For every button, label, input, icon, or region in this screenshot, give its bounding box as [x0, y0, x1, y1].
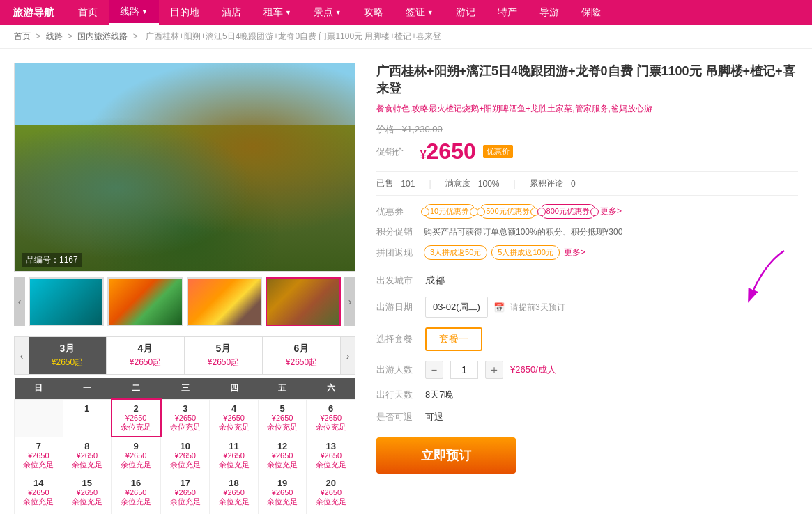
reviews-value: 0 — [571, 179, 576, 189]
calendar-date-price: ¥2650 — [260, 451, 305, 460]
coupon-10[interactable]: 10元优惠券 — [424, 204, 475, 219]
nav-item-tourguide[interactable]: 导游 — [528, 0, 570, 25]
pintuan-more-link[interactable]: 更多> — [564, 247, 585, 258]
calendar-day[interactable]: 12¥2650余位充足 — [258, 437, 307, 474]
thumbnail-4[interactable] — [266, 277, 341, 326]
calendar-day[interactable]: 3¥2650余位充足 — [161, 399, 210, 437]
calendar-day[interactable]: 9¥2650余位充足 — [112, 437, 161, 474]
thumb-image-4 — [267, 279, 339, 325]
promo-price: ¥2650 — [420, 139, 476, 164]
thumb-image-1 — [30, 279, 102, 325]
coupons-label: 优惠券 — [376, 205, 418, 218]
coupon-500[interactable]: 500元优惠券 — [480, 204, 535, 219]
breadcrumb-domestic[interactable]: 国内旅游线路 — [77, 31, 128, 41]
calendar-day[interactable]: 23¥2650 — [112, 511, 161, 515]
stat-sold: 已售 101 — [376, 178, 415, 189]
coupon-800[interactable]: 800元优惠券 — [540, 204, 596, 219]
breadcrumb: 首页 > 线路 > 国内旅游线路 > 广西桂林+阳朔+漓江5日4晚跟团游+龙脊0… — [0, 25, 812, 49]
calendar-icon[interactable]: 📅 — [493, 302, 505, 313]
thumb-next-arrow[interactable]: › — [344, 277, 355, 326]
days-value: 8天7晚 — [425, 389, 453, 401]
departure-value: 成都 — [425, 274, 445, 287]
qty-input[interactable] — [450, 361, 478, 379]
calendar-date-number: 4 — [211, 403, 256, 414]
nav-item-attractions[interactable]: 景点 ▼ — [302, 0, 353, 25]
date-label: 出游日期 — [376, 301, 425, 313]
thumbnail-2[interactable] — [107, 277, 183, 326]
calendar-day[interactable]: 2¥2650余位充足 — [112, 399, 161, 437]
month-june-label: 6月 — [266, 343, 337, 355]
calendar-day[interactable]: 27¥2650 — [307, 511, 355, 515]
month-april[interactable]: 4月 ¥2650起 — [107, 337, 185, 374]
calendar-day[interactable]: 7¥2650余位充足 — [15, 437, 63, 474]
satisfaction-value: 100% — [478, 179, 500, 189]
calendar-day[interactable]: 20¥2650余位充足 — [307, 474, 355, 511]
calendar-day[interactable]: 14¥2650余位充足 — [15, 474, 63, 511]
date-input[interactable]: 03-02(周二) — [425, 297, 488, 318]
qty-plus-button[interactable]: ＋ — [485, 361, 503, 379]
qty-minus-button[interactable]: － — [425, 361, 443, 379]
nav-item-specialties[interactable]: 特产 — [487, 0, 528, 25]
nav-item-home[interactable]: 首页 — [67, 0, 109, 25]
stat-satisfaction: 满意度 100% — [445, 178, 500, 189]
qty-controls: － ＋ ¥2650/成人 — [425, 361, 556, 379]
calendar-day[interactable]: 8¥2650余位充足 — [63, 437, 112, 474]
month-prev-arrow[interactable]: ‹ — [15, 337, 29, 374]
book-now-button[interactable]: 立即预订 — [376, 437, 516, 474]
jifeng-row: 积分促销 购买产品可获得订单总额100%的积分、积分抵现¥300 — [376, 226, 798, 238]
calendar-day[interactable]: 19¥2650余位充足 — [258, 474, 307, 511]
nav-item-insurance[interactable]: 保险 — [570, 0, 612, 25]
month-next-arrow[interactable]: › — [341, 337, 355, 374]
nav-item-car[interactable]: 租车 ▼ — [252, 0, 302, 25]
package-label: 选择套餐 — [376, 333, 425, 345]
calendar-day[interactable]: 11¥2650余位充足 — [210, 437, 259, 474]
product-title: 广西桂林+阳朔+漓江5日4晚跟团游+龙脊0自费 门票1100元 吊脚楼+楂记+喜… — [376, 63, 798, 98]
nav-item-hotel[interactable]: 酒店 — [210, 0, 252, 25]
calendar-date-avail: 余位充足 — [114, 422, 159, 433]
thumbnail-1[interactable] — [29, 277, 104, 326]
calendar-day[interactable]: 16¥2650余位充足 — [112, 474, 161, 511]
calendar-day[interactable]: 22¥2650 — [63, 511, 112, 515]
month-march[interactable]: 3月 ¥2650起 — [29, 337, 107, 374]
month-may[interactable]: 5月 ¥2650起 — [185, 337, 263, 374]
calendar-day[interactable]: 10¥2650余位充足 — [161, 437, 210, 474]
nav-item-visa[interactable]: 签证 ▼ — [394, 0, 445, 25]
reviews-label: 累积评论 — [530, 178, 563, 189]
month-june[interactable]: 6月 ¥2650起 — [263, 337, 341, 374]
thumbnail-3[interactable] — [187, 277, 262, 326]
main-container: 品编号：1167 ‹ › ‹ — [0, 49, 812, 514]
calendar-day[interactable]: 18¥2650余位充足 — [210, 474, 259, 511]
stat-divider1: | — [429, 179, 431, 189]
refund-row: 是否可退 可退 — [376, 411, 798, 423]
nav-item-travel-notes[interactable]: 游记 — [445, 0, 487, 25]
nav-item-routes[interactable]: 线路 ▼ — [109, 0, 159, 25]
breadcrumb-home[interactable]: 首页 — [14, 31, 31, 41]
calendar-day[interactable]: 13¥2650余位充足 — [307, 437, 355, 474]
package-button[interactable]: 套餐一 — [425, 327, 482, 351]
calendar-table: 日 一 二 三 四 五 六 12¥2650余位充足3¥2650余位充足4¥265… — [14, 378, 355, 514]
calendar-day[interactable]: 21¥2650 — [15, 511, 63, 515]
calendar-day[interactable]: 4¥2650余位充足 — [210, 399, 259, 437]
calendar-date-avail: 余位充足 — [308, 497, 353, 507]
calendar-date-number: 3 — [163, 403, 208, 414]
nav-item-guide[interactable]: 攻略 — [353, 0, 394, 25]
calendar-day[interactable]: 1 — [63, 399, 112, 437]
pintuan-5[interactable]: 5人拼成返100元 — [491, 245, 559, 260]
calendar-day[interactable]: 5¥2650余位充足 — [258, 399, 307, 437]
calendar-date-avail: 余位充足 — [260, 460, 305, 470]
calendar-date-price: ¥2650 — [65, 451, 110, 460]
calendar-day[interactable]: 26¥2650 — [258, 511, 307, 515]
calendar-day[interactable]: 25¥2650 — [210, 511, 259, 515]
breadcrumb-routes[interactable]: 线路 — [46, 31, 63, 41]
calendar-day[interactable]: 6¥2650余位充足 — [307, 399, 355, 437]
nav-item-destination[interactable]: 目的地 — [159, 0, 210, 25]
thumb-prev-arrow[interactable]: ‹ — [14, 277, 25, 326]
pintuan-3[interactable]: 3人拼成返50元 — [424, 245, 487, 260]
calendar-date-number: 15 — [65, 478, 110, 488]
coupons-more-link[interactable]: 更多> — [600, 205, 622, 217]
calendar-day[interactable]: 15¥2650余位充足 — [63, 474, 112, 511]
calendar-day[interactable]: 17¥2650余位充足 — [161, 474, 210, 511]
month-april-price: ¥2650起 — [110, 357, 181, 368]
calendar-day[interactable]: 24¥2650 — [161, 511, 210, 515]
calendar-date-avail: 余位充足 — [163, 422, 208, 433]
